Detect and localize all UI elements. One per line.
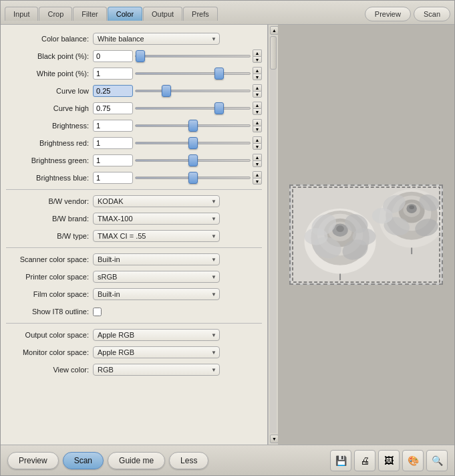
bw-brand-select[interactable]: TMAX-100 TMAX-400 TRI-X bbox=[93, 213, 220, 225]
monitor-color-control: Apple RGB sRGB ColorSync bbox=[93, 346, 262, 358]
white-point-slider[interactable] bbox=[135, 72, 251, 75]
white-point-control: ▲ ▼ bbox=[93, 67, 262, 80]
output-color-label: Output color space: bbox=[6, 331, 93, 339]
brightness-blue-down[interactable]: ▼ bbox=[253, 178, 262, 185]
zoom-icon-button[interactable]: 🔍 bbox=[426, 450, 448, 471]
scanner-color-select[interactable]: Built-in ColorSync None bbox=[93, 253, 220, 265]
output-color-control: Apple RGB sRGB Adobe RGB bbox=[93, 329, 262, 341]
brightness-input[interactable] bbox=[93, 120, 133, 132]
monitor-color-label: Monitor color space: bbox=[6, 348, 93, 356]
tab-crop[interactable]: Crop bbox=[39, 7, 72, 21]
curve-high-control: ▲ ▼ bbox=[93, 102, 262, 115]
black-point-input[interactable] bbox=[93, 50, 133, 62]
black-point-slider[interactable] bbox=[135, 55, 251, 57]
brightness-blue-up[interactable]: ▲ bbox=[253, 171, 262, 178]
curve-high-slider[interactable] bbox=[135, 107, 251, 110]
save-icon-button[interactable]: 💾 bbox=[330, 450, 351, 471]
brightness-red-down[interactable]: ▼ bbox=[253, 143, 262, 150]
brightness-blue-label: Brightness blue: bbox=[6, 174, 93, 182]
svg-point-12 bbox=[305, 228, 328, 245]
black-point-up[interactable]: ▲ bbox=[253, 49, 262, 56]
scroll-thumb[interactable] bbox=[270, 36, 277, 70]
white-point-down[interactable]: ▼ bbox=[253, 74, 262, 80]
preview-bottom-button[interactable]: Preview bbox=[7, 452, 59, 469]
divider-3 bbox=[6, 323, 262, 324]
monitor-color-select-wrapper: Apple RGB sRGB ColorSync bbox=[93, 346, 220, 358]
brightness-red-control: ▲ ▼ bbox=[93, 136, 262, 150]
scroll-track bbox=[270, 36, 277, 433]
black-point-row: Black point (%): ▲ ▼ bbox=[1, 47, 267, 65]
black-point-stepper: ▲ ▼ bbox=[253, 49, 262, 63]
curve-low-up[interactable]: ▲ bbox=[253, 84, 262, 91]
bw-vendor-control: KODAK ILFORD FUJI bbox=[93, 195, 262, 207]
bw-type-control: TMAX CI = .55 TMAX CI = .65 bbox=[93, 230, 262, 242]
white-point-up[interactable]: ▲ bbox=[253, 67, 262, 74]
bottom-bar: Preview Scan Guide me Less 💾 🖨 🖼 🎨 🔍 bbox=[1, 445, 454, 475]
brightness-green-up[interactable]: ▲ bbox=[253, 154, 262, 160]
show-it8-row: Show IT8 outline: bbox=[1, 303, 267, 320]
print-icon-button[interactable]: 🖨 bbox=[354, 450, 375, 471]
brightness-blue-input[interactable] bbox=[93, 172, 133, 184]
tab-prefs[interactable]: Prefs bbox=[183, 7, 218, 21]
tab-color[interactable]: Color bbox=[108, 7, 142, 21]
brightness-green-slider[interactable] bbox=[135, 159, 251, 162]
brightness-red-up[interactable]: ▲ bbox=[253, 136, 262, 143]
tab-input[interactable]: Input bbox=[5, 7, 38, 21]
color-balance-label: Color balance: bbox=[6, 35, 93, 43]
output-color-select-wrapper: Apple RGB sRGB Adobe RGB bbox=[93, 329, 220, 341]
black-point-down[interactable]: ▼ bbox=[253, 56, 262, 63]
image-icon-button[interactable]: 🖼 bbox=[378, 450, 400, 471]
curve-low-input[interactable] bbox=[93, 85, 133, 97]
brightness-down[interactable]: ▼ bbox=[253, 126, 262, 132]
tab-output[interactable]: Output bbox=[143, 7, 182, 21]
brightness-up[interactable]: ▲ bbox=[253, 119, 262, 126]
curve-high-down[interactable]: ▼ bbox=[253, 108, 262, 115]
curve-low-down[interactable]: ▼ bbox=[253, 91, 262, 98]
svg-point-13 bbox=[353, 228, 376, 245]
scan-bottom-button[interactable]: Scan bbox=[63, 452, 104, 469]
divider-1 bbox=[6, 189, 262, 190]
curve-high-up[interactable]: ▲ bbox=[253, 102, 262, 108]
tabs-left: Input Crop Filter Color Output Prefs bbox=[5, 7, 218, 21]
left-panel: Color balance: White balance Manual Auto… bbox=[1, 25, 268, 445]
view-color-select[interactable]: RGB CMYK Lab bbox=[93, 364, 220, 376]
printer-color-row: Printer color space: sRGB Adobe RGB Appl… bbox=[1, 268, 267, 285]
curve-low-stepper: ▲ ▼ bbox=[253, 84, 262, 98]
roses-svg bbox=[291, 186, 442, 283]
curve-low-slider[interactable] bbox=[135, 90, 251, 92]
output-color-select[interactable]: Apple RGB sRGB Adobe RGB bbox=[93, 329, 220, 341]
brightness-blue-stepper: ▲ ▼ bbox=[253, 171, 262, 185]
brightness-slider[interactable] bbox=[135, 124, 251, 127]
brightness-blue-slider[interactable] bbox=[135, 176, 251, 179]
scan-button-top[interactable]: Scan bbox=[414, 7, 450, 21]
brightness-green-input[interactable] bbox=[93, 154, 133, 166]
bw-type-select[interactable]: TMAX CI = .55 TMAX CI = .65 bbox=[93, 230, 220, 242]
brightness-blue-row: Brightness blue: ▲ ▼ bbox=[1, 169, 267, 187]
view-color-row: View color: RGB CMYK Lab bbox=[1, 361, 267, 378]
brightness-red-slider[interactable] bbox=[135, 142, 251, 144]
brightness-red-input[interactable] bbox=[93, 137, 133, 149]
brightness-green-down[interactable]: ▼ bbox=[253, 160, 262, 167]
view-color-control: RGB CMYK Lab bbox=[93, 364, 262, 376]
brightness-red-label: Brightness red: bbox=[6, 139, 93, 147]
bw-vendor-select[interactable]: KODAK ILFORD FUJI bbox=[93, 195, 220, 207]
film-color-row: Film color space: Built-in ColorSync Non… bbox=[1, 285, 267, 303]
color-icon-button[interactable]: 🎨 bbox=[402, 450, 424, 471]
tab-filter[interactable]: Filter bbox=[73, 7, 106, 21]
scanner-color-row: Scanner color space: Built-in ColorSync … bbox=[1, 251, 267, 268]
less-button[interactable]: Less bbox=[169, 452, 208, 469]
guide-me-button[interactable]: Guide me bbox=[108, 452, 165, 469]
color-balance-select[interactable]: White balance Manual Auto bbox=[93, 33, 220, 45]
monitor-color-select[interactable]: Apple RGB sRGB ColorSync bbox=[93, 346, 220, 358]
show-it8-checkbox[interactable] bbox=[93, 308, 102, 316]
show-it8-label: Show IT8 outline: bbox=[6, 308, 93, 316]
film-color-select[interactable]: Built-in ColorSync None bbox=[93, 288, 220, 300]
printer-color-select[interactable]: sRGB Adobe RGB Apple RGB bbox=[93, 271, 220, 283]
curve-low-label: Curve low bbox=[6, 87, 93, 95]
white-point-input[interactable] bbox=[93, 68, 133, 80]
bw-brand-select-wrapper: TMAX-100 TMAX-400 TRI-X bbox=[93, 213, 220, 225]
curve-high-input[interactable] bbox=[93, 102, 133, 114]
preview-button[interactable]: Preview bbox=[365, 7, 411, 21]
color-balance-select-wrapper: White balance Manual Auto bbox=[93, 33, 220, 45]
bw-brand-label: B/W brand: bbox=[6, 215, 93, 223]
